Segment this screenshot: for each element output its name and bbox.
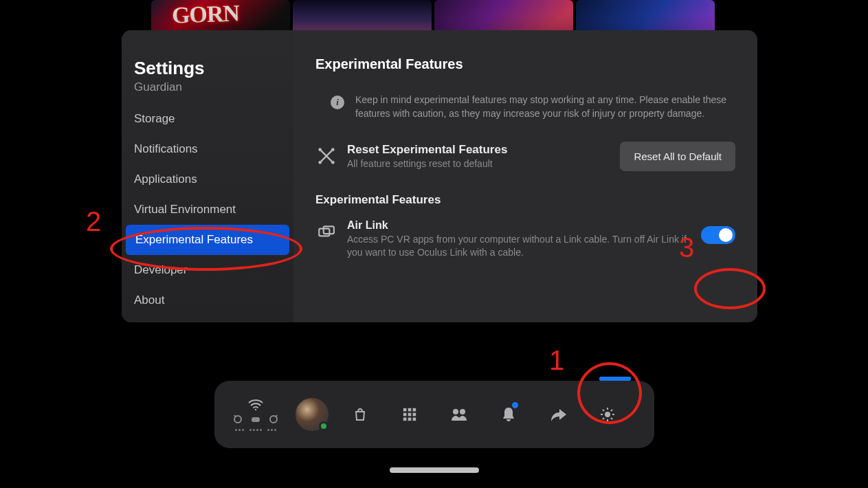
- sidebar-item-notifications[interactable]: Notifications: [122, 134, 293, 164]
- settings-content: Experimental Features i Keep in mind exp…: [293, 30, 757, 322]
- svg-rect-7: [324, 226, 334, 234]
- svg-point-2: [318, 148, 322, 151]
- svg-rect-14: [412, 408, 416, 412]
- sidebar-item-experimental-features[interactable]: Experimental Features: [126, 225, 289, 255]
- reset-subtitle: All feature settings reset to default: [347, 158, 609, 169]
- share-button[interactable]: [547, 403, 569, 425]
- svg-rect-12: [403, 408, 406, 412]
- store-button[interactable]: [349, 403, 371, 425]
- dock-accent: [599, 377, 631, 381]
- warning-row: i Keep in mind experimental features may…: [315, 93, 735, 142]
- online-status-icon: [319, 421, 329, 431]
- sidebar-item-virtual-environment[interactable]: Virtual Environment: [122, 195, 293, 225]
- svg-point-5: [331, 161, 335, 164]
- mini-status-icons: [232, 414, 279, 425]
- svg-rect-15: [403, 413, 406, 417]
- warning-text: Keep in mind experimental features may s…: [355, 93, 730, 121]
- settings-button[interactable]: [597, 403, 619, 425]
- sidebar-item-applications[interactable]: Applications: [122, 164, 293, 195]
- section-heading: Experimental Features: [315, 193, 735, 207]
- svg-point-3: [331, 148, 335, 151]
- annotation-number-1: 1: [549, 345, 564, 376]
- feature-air-link: Air Link Access PC VR apps from your com…: [315, 219, 735, 260]
- air-link-toggle[interactable]: [701, 226, 735, 244]
- sidebar-item-guardian[interactable]: Guardian: [122, 79, 293, 104]
- notifications-button[interactable]: [498, 403, 520, 425]
- reset-icon: [317, 146, 336, 166]
- reset-title: Reset Experimental Features: [347, 143, 609, 157]
- dock-icons: [349, 403, 636, 425]
- people-button[interactable]: [448, 403, 470, 425]
- toggle-knob: [719, 228, 733, 242]
- wifi-icon: [247, 399, 264, 411]
- annotation-number-2: 2: [86, 206, 101, 237]
- svg-point-22: [460, 409, 465, 414]
- svg-rect-10: [252, 417, 260, 422]
- svg-rect-20: [412, 418, 416, 421]
- content-heading: Experimental Features: [315, 56, 735, 72]
- notification-dot-icon: [512, 402, 518, 408]
- controller-right-icon: [268, 414, 279, 425]
- app-grid-button[interactable]: [399, 403, 421, 425]
- info-icon: i: [331, 96, 344, 109]
- svg-rect-16: [408, 413, 411, 417]
- reset-text: Reset Experimental Features All feature …: [347, 143, 609, 169]
- svg-point-8: [254, 408, 256, 410]
- svg-point-23: [605, 412, 610, 417]
- svg-rect-18: [403, 418, 406, 421]
- svg-point-21: [453, 409, 458, 414]
- svg-rect-19: [408, 418, 411, 421]
- dock-status[interactable]: [232, 399, 279, 431]
- air-link-title: Air Link: [347, 219, 690, 232]
- headset-icon: [250, 414, 261, 425]
- reset-all-button[interactable]: Reset All to Default: [620, 142, 735, 171]
- settings-sidebar: Settings Guardian Storage Notifications …: [122, 30, 293, 322]
- settings-panel: Settings Guardian Storage Notifications …: [122, 30, 757, 322]
- sidebar-item-storage[interactable]: Storage: [122, 104, 293, 134]
- reset-row: Reset Experimental Features All feature …: [315, 142, 735, 189]
- background-title: GORN: [171, 0, 239, 28]
- air-link-desc: Access PC VR apps from your computer wit…: [347, 233, 690, 260]
- user-avatar[interactable]: [296, 398, 329, 431]
- sidebar-title: Settings: [122, 58, 293, 79]
- feature-text: Air Link Access PC VR apps from your com…: [347, 219, 690, 260]
- home-handle[interactable]: [390, 467, 479, 473]
- sidebar-item-developer[interactable]: Developer: [122, 255, 293, 285]
- sidebar-item-about[interactable]: About: [122, 285, 293, 315]
- system-dock: [214, 381, 654, 448]
- controller-left-icon: [232, 414, 243, 425]
- svg-rect-13: [408, 408, 411, 412]
- air-link-icon: [317, 223, 336, 244]
- svg-point-4: [318, 161, 322, 164]
- battery-dots: [235, 429, 276, 431]
- svg-rect-17: [412, 413, 416, 417]
